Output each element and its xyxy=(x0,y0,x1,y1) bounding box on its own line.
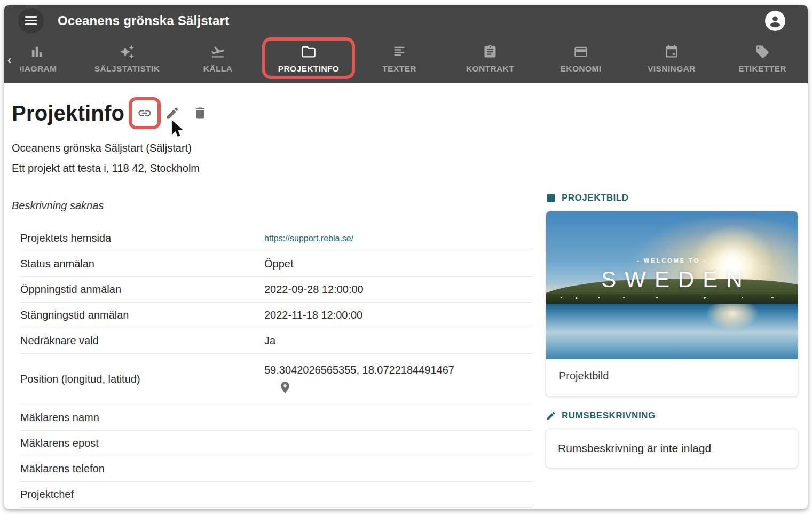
rumsbeskrivning-empty-card: Rumsbeskrivning är inte inlagd xyxy=(546,429,798,468)
row-label: Projektchef xyxy=(20,488,264,501)
tab-etiketter[interactable]: ETIKETTER xyxy=(717,36,808,83)
tab-kontrakt[interactable]: KONTRAKT xyxy=(445,36,535,83)
row-value: Öppet xyxy=(264,258,293,270)
image-icon xyxy=(546,193,556,203)
row-label: Status anmälan xyxy=(20,258,264,270)
sidebar: PROJEKTBILD - WELCOME TO - SWEDEN Pr xyxy=(546,83,798,509)
calendar-icon xyxy=(664,44,679,59)
pencil-icon xyxy=(546,410,556,421)
row-label: Nedräknare vald xyxy=(20,335,264,347)
description-missing-text: Beskrivning saknas xyxy=(12,200,532,212)
project-details-table: Projektets hemsida https://support.rebla… xyxy=(20,226,532,509)
table-row-oppningstid: Öppningstid anmälan 2022-09-28 12:00:00 xyxy=(20,277,532,303)
project-image: - WELCOME TO - SWEDEN xyxy=(546,211,798,359)
table-row-stangningstid: Stängningstid anmälan 2022-11-18 12:00:0… xyxy=(20,303,532,328)
account-icon xyxy=(766,12,784,30)
project-website-link[interactable]: https://support.rebla.se/ xyxy=(264,234,353,243)
row-label: Mäklarens telefon xyxy=(20,463,264,475)
row-value: 2022-11-18 12:00:00 xyxy=(264,309,362,321)
table-row-position: Position (longitud, latitud) 59.30420265… xyxy=(20,354,532,405)
projektbild-heading: PROJEKTBILD xyxy=(562,193,628,203)
menu-button[interactable] xyxy=(18,8,44,34)
project-info-panel: Projektinfo xyxy=(4,83,532,509)
projektbild-header: PROJEKTBILD xyxy=(546,193,798,203)
tabs-scroll-left-button[interactable]: ‹ xyxy=(6,53,12,67)
tab-bar: ‹ DIAGRAM SÄLJSTATISTIK KÄLLA xyxy=(4,36,808,83)
app-bar: Oceanens grönska Säljstart xyxy=(4,5,808,36)
tab-projektinfo[interactable]: PROJEKTINFO xyxy=(263,36,354,83)
table-row-maklarens-namn: Mäklarens namn xyxy=(20,405,532,431)
tab-saljstatistik[interactable]: SÄLJSTATISTIK xyxy=(82,36,172,83)
pencil-icon xyxy=(165,106,180,121)
row-label: Projektets hemsida xyxy=(20,232,264,244)
trash-icon xyxy=(193,106,208,121)
edit-button[interactable] xyxy=(161,101,184,125)
row-label: Position (longitud, latitud) xyxy=(20,373,264,385)
app-title: Oceanens grönska Säljstart xyxy=(58,13,229,28)
row-label: Öppningstid anmälan xyxy=(20,283,264,296)
row-label: Stängningstid anmälan xyxy=(20,309,264,321)
image-overlay-text: - WELCOME TO - SWEDEN xyxy=(546,257,798,292)
table-row-maklarens-epost: Mäklarens epost xyxy=(20,431,532,456)
bar-chart-icon xyxy=(29,44,44,59)
houses xyxy=(546,296,798,299)
page-title: Projektinfo xyxy=(12,101,124,125)
project-name-line: Oceanens grönska Säljstart (Säljstart) xyxy=(12,138,532,158)
tab-texter[interactable]: TEXTER xyxy=(354,36,445,83)
tab-strip: DIAGRAM SÄLJSTATISTIK KÄLLA PROJEKT xyxy=(20,36,808,83)
tab-ekonomi[interactable]: EKONOMI xyxy=(535,36,626,83)
credit-card-icon xyxy=(573,44,588,59)
delete-button[interactable] xyxy=(188,101,212,125)
rumsbeskrivning-section: RUMSBESKRIVNING Rumsbeskrivning är inte … xyxy=(546,410,798,468)
project-subtitle: Oceanens grönska Säljstart (Säljstart) E… xyxy=(12,138,532,178)
project-address-line: Ett projekt att testa i, 118 42, Stockho… xyxy=(12,158,532,178)
account-avatar-button[interactable] xyxy=(765,11,785,31)
table-row-clipped: Säljansvarig xyxy=(20,508,532,509)
rumsbeskrivning-heading: RUMSBESKRIVNING xyxy=(562,410,656,421)
text-lines-icon xyxy=(392,44,407,59)
sun-reflection xyxy=(546,304,798,359)
tag-icon xyxy=(755,44,770,59)
table-row-maklarens-telefon: Mäklarens telefon xyxy=(20,456,532,482)
sparkles-icon xyxy=(120,44,135,59)
main-content: Projektinfo xyxy=(4,83,808,509)
table-row-status: Status anmälan Öppet xyxy=(20,251,532,277)
table-row-nedraknare: Nedräknare vald Ja xyxy=(20,328,532,354)
project-image-card[interactable]: - WELCOME TO - SWEDEN Projektbild xyxy=(546,211,798,397)
map-pin-icon[interactable] xyxy=(278,381,292,394)
folder-icon xyxy=(301,44,316,59)
rumsbeskrivning-header: RUMSBESKRIVNING xyxy=(546,410,798,421)
tab-visningar[interactable]: VISNINGAR xyxy=(626,36,717,83)
page-heading-row: Projektinfo xyxy=(12,97,532,129)
project-image-caption: Projektbild xyxy=(546,359,798,396)
table-row-projektchef: Projektchef xyxy=(20,482,532,508)
position-coordinates: 59.3042026565355, 18.0722184491467 xyxy=(264,364,454,376)
row-value: Ja xyxy=(264,335,275,347)
row-label: Mäklarens epost xyxy=(20,437,264,449)
app-window: Oceanens grönska Säljstart ‹ DIAGRAM SÄL… xyxy=(4,5,808,509)
copy-link-button[interactable] xyxy=(133,101,156,125)
link-icon xyxy=(137,106,152,121)
tab-kalla[interactable]: KÄLLA xyxy=(172,36,263,83)
clipboard-icon xyxy=(483,44,498,59)
row-label: Mäklarens namn xyxy=(20,412,264,424)
row-value: 2022-09-28 12:00:00 xyxy=(264,283,364,296)
table-row-hemsida: Projektets hemsida https://support.rebla… xyxy=(20,226,532,251)
tab-diagram[interactable]: DIAGRAM xyxy=(20,36,82,83)
flight-land-icon xyxy=(210,44,225,59)
